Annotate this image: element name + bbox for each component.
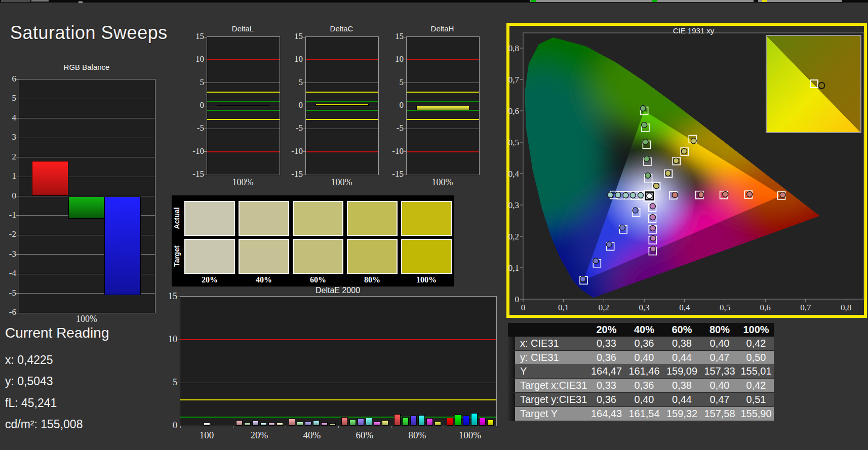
swatch-target-60% bbox=[293, 239, 343, 274]
axis-tick bbox=[180, 426, 181, 428]
table-header-row: 20%40%60%80%100% bbox=[508, 323, 774, 337]
limit-line bbox=[180, 339, 496, 340]
deltae-bar bbox=[349, 419, 356, 426]
tick-mark bbox=[16, 293, 19, 294]
axis-tick bbox=[233, 426, 233, 428]
gridline bbox=[306, 83, 378, 83]
tick-label: 0,7 bbox=[508, 75, 520, 85]
tick-label: 0 bbox=[515, 295, 520, 304]
tick-label: 0,6 bbox=[508, 106, 519, 116]
tick-mark bbox=[16, 215, 19, 216]
deltae-bar bbox=[305, 421, 311, 426]
top-strip-segment bbox=[762, 0, 767, 2]
tick-mark bbox=[404, 37, 407, 37]
tick-mark bbox=[16, 157, 19, 157]
tick-label: 10 bbox=[284, 54, 303, 64]
cie-measured-marker-red bbox=[672, 192, 678, 198]
table-cell: 0,42 bbox=[738, 379, 774, 392]
gridline bbox=[19, 99, 155, 99]
swatch-col-label: 60% bbox=[293, 275, 343, 284]
tick-mark bbox=[404, 175, 407, 175]
cie-title: CIE 1931 xy bbox=[523, 26, 864, 35]
limit-line bbox=[207, 110, 280, 111]
cie-1931-xy-chart[interactable]: 00,10,20,30,40,50,60,70,800,10,20,30,40,… bbox=[506, 23, 867, 318]
swatch-col-label: 40% bbox=[239, 275, 289, 284]
tick-label: -10 bbox=[284, 146, 303, 156]
gridline bbox=[19, 118, 155, 118]
limit-line bbox=[407, 101, 479, 102]
rgb-balance-chart[interactable]: RGB Balance 6543210-1-2-3-4-5-6 100% bbox=[0, 61, 158, 326]
table-row-label: Y bbox=[515, 365, 587, 379]
table-row-label: x: CIE31 bbox=[515, 337, 587, 350]
tick-mark bbox=[16, 254, 19, 255]
axis-tick bbox=[391, 426, 391, 428]
deltae-bar bbox=[394, 414, 401, 426]
swatch-target-40% bbox=[239, 239, 289, 274]
tick-label: 0 bbox=[384, 100, 404, 110]
delta-h-chart[interactable]: DeltaH 151050-5-10-15 100% bbox=[388, 21, 480, 188]
cie-measured-marker-red bbox=[780, 192, 785, 198]
rgb-balance-plot: 6543210-1-2-3-4-5-6 bbox=[19, 79, 155, 313]
cie-measured-marker-magenta bbox=[650, 203, 655, 209]
tick-label: 6 bbox=[0, 74, 16, 84]
tick-label: 0,7 bbox=[800, 303, 811, 312]
swatch-col-label: 100% bbox=[401, 275, 452, 284]
deltae-bar bbox=[321, 422, 328, 426]
tick-label: 5 bbox=[185, 77, 204, 88]
cie-measured-marker-yellow bbox=[691, 138, 696, 144]
tick-label: 0 bbox=[284, 100, 303, 110]
tick-mark bbox=[177, 383, 180, 383]
table-row: y: CIE310,360,400,440,470,50 bbox=[508, 351, 774, 365]
limit-line bbox=[207, 92, 280, 93]
deltae-bar bbox=[297, 422, 303, 426]
table-header-cell: 40% bbox=[625, 323, 663, 337]
cie-measured-marker-green bbox=[644, 156, 649, 161]
tick-label: 0,5 bbox=[508, 138, 519, 147]
results-table[interactable]: 20%40%60%80%100%x: CIE310,330,360,380,40… bbox=[508, 323, 774, 422]
limit-line bbox=[306, 151, 378, 152]
table-cell: 0,38 bbox=[663, 379, 701, 392]
axis-tick bbox=[338, 426, 339, 428]
deltae-bar bbox=[366, 418, 372, 426]
tick-mark bbox=[404, 83, 407, 83]
group-label: 80% bbox=[391, 430, 444, 441]
table-row-gutter bbox=[508, 351, 515, 364]
delta-l-xlabel: 100% bbox=[207, 177, 279, 188]
tick-label: 1 bbox=[0, 171, 16, 181]
delta-c-xlabel: 100% bbox=[305, 177, 378, 188]
actual-target-swatches[interactable]: ActualTarget20%40%60%80%100% bbox=[172, 195, 454, 287]
limit-line bbox=[207, 59, 280, 60]
table-cell: 164,47 bbox=[587, 365, 625, 379]
table-cell: 0,47 bbox=[701, 351, 738, 364]
limit-line bbox=[407, 119, 479, 120]
current-reading-heading: Current Reading bbox=[5, 325, 109, 341]
tick-mark bbox=[204, 106, 207, 106]
table-row-gutter bbox=[508, 379, 515, 392]
table-row-gutter bbox=[508, 365, 515, 379]
swatch-row-label-actual: Actual bbox=[173, 200, 181, 236]
delta-l-chart[interactable]: DeltaL 151050-5-10-15 100% bbox=[188, 21, 281, 188]
delta-l-title: DeltaL bbox=[207, 24, 279, 33]
group-label: 60% bbox=[338, 430, 391, 441]
table-cell: 0,44 bbox=[663, 351, 701, 364]
tick-mark bbox=[16, 99, 19, 99]
table-row: Target y:CIE310,360,400,440,470,51 bbox=[508, 393, 774, 407]
tick-label: -15 bbox=[284, 169, 303, 179]
tick-mark bbox=[303, 106, 306, 106]
deltae-bar bbox=[471, 413, 478, 426]
top-strip-segment bbox=[758, 0, 842, 2]
deltae-bar bbox=[479, 418, 486, 426]
bar-100% bbox=[315, 104, 369, 106]
tick-mark bbox=[204, 83, 207, 83]
limit-line bbox=[407, 92, 479, 93]
top-strip-segment bbox=[652, 0, 657, 2]
cie-measured-marker-cyan bbox=[623, 192, 628, 198]
delta-e-2000-chart[interactable]: DeltaE 2000 15105010020%40%60%80%100% bbox=[162, 285, 501, 442]
deltae-bar bbox=[252, 421, 259, 426]
deltae-bar bbox=[447, 418, 453, 426]
tick-label: -1 bbox=[0, 210, 16, 220]
table-cell: 161,54 bbox=[625, 407, 663, 421]
delta-c-chart[interactable]: DeltaC 151050-5-10-15 100% bbox=[287, 21, 379, 188]
tick-label: 15 bbox=[185, 31, 204, 42]
cie-measured-marker-cyan bbox=[630, 192, 636, 198]
